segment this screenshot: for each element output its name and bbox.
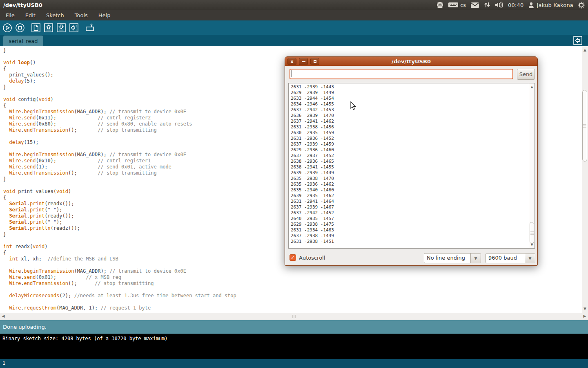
chevron-down-icon[interactable]: ▼ (525, 254, 535, 263)
serial-output-area[interactable]: 2631 -2939 -14432629 -2939 -14492633 -29… (288, 83, 535, 249)
user-icon (528, 2, 534, 8)
serial-row: 2635 -2936 -1462 (291, 182, 334, 187)
serial-row: 2637 -2942 -1452 (291, 210, 334, 216)
open-sketch-button[interactable] (43, 22, 54, 33)
upload-button[interactable] (69, 22, 79, 33)
menu-sketch[interactable]: Sketch (45, 11, 65, 20)
minimize-icon[interactable] (299, 58, 308, 65)
top-panel: /dev/ttyUSB0 cs (0, 0, 588, 10)
text-caret (292, 70, 292, 77)
serial-row: 2640 -2935 -1457 (291, 216, 334, 222)
indicator-pinwheel-icon[interactable] (437, 2, 443, 8)
serial-row: 2631 -2939 -1443 (291, 84, 334, 90)
mouse-cursor (350, 101, 356, 112)
menu-file[interactable]: File (5, 11, 16, 20)
new-tab-button[interactable] (573, 36, 582, 45)
serial-row: 2629 -2939 -1449 (291, 90, 334, 96)
line-ending-value: No line ending (424, 254, 470, 263)
clock[interactable]: 00:40 (508, 2, 523, 8)
stop-button[interactable] (15, 22, 25, 33)
serial-row: 2634 -2946 -1455 (291, 101, 334, 107)
serial-row: 2636 -2939 -1470 (291, 113, 334, 119)
serial-row: 2631 -2938 -1456 (291, 124, 334, 130)
serial-row: 2631 -2936 -1452 (291, 136, 334, 141)
maximize-icon[interactable] (310, 58, 319, 65)
serial-row: 2631 -2934 -1463 (291, 227, 334, 233)
menu-tools[interactable]: Tools (74, 11, 89, 20)
code-text: } void loop(){ print_values(); delay(5);… (3, 47, 236, 311)
status-bar: Done uploading. (0, 320, 588, 334)
serial-row: 2629 -2936 -1460 (291, 147, 334, 153)
serial-row: 2629 -2938 -1475 (291, 222, 334, 227)
console-text: Binary sketch size: 4208 bytes (of a 307… (2, 336, 168, 341)
scroll-left-icon[interactable]: ◀ (1, 314, 5, 318)
baud-rate-value: 9600 baud (486, 254, 525, 263)
editor-scrollbar-thumb[interactable] (582, 90, 587, 162)
serial-row: 2635 -2940 -1460 (291, 187, 334, 193)
menu-bar: File Edit Sketch Tools Help (0, 10, 588, 20)
serial-row: 2630 -2935 -1459 (291, 130, 334, 136)
tab-serial-read[interactable]: serial_read (3, 36, 43, 46)
serial-row: 2639 -2939 -1449 (291, 170, 334, 176)
scroll-up-icon[interactable]: ▲ (529, 85, 535, 89)
keyboard-layout-label: cs (460, 2, 466, 8)
serial-row: 2631 -2941 -1464 (291, 199, 334, 204)
verify-button[interactable] (2, 22, 13, 33)
sync-arrows-icon[interactable] (484, 2, 490, 8)
system-tray: cs 00:40 Jakub Kakona (437, 2, 588, 9)
serial-row: 2633 -2944 -1454 (291, 96, 334, 101)
serial-input-field[interactable] (290, 69, 513, 79)
serial-row: 2637 -2941 -1462 (291, 119, 334, 124)
monitor-scrollbar-thumb[interactable] (530, 222, 534, 244)
console-output: Binary sketch size: 4208 bytes (of a 307… (0, 334, 588, 359)
serial-row: 2637 -2939 -1459 (291, 141, 334, 147)
line-number-strip: 1 (0, 359, 588, 368)
serial-row: 2631 -2938 -1451 (291, 239, 334, 245)
editor-vertical-scrollbar[interactable]: ▲ ▼ (582, 46, 588, 313)
chevron-down-icon[interactable]: ▼ (470, 254, 481, 263)
serial-monitor-window: x /dev/ttyUSB0 Send 2631 -2939 -14432629… (285, 56, 538, 266)
serial-row: 2635 -2938 -1470 (291, 176, 334, 182)
session-gear-icon[interactable] (578, 2, 585, 9)
volume-icon[interactable] (495, 2, 503, 8)
save-sketch-button[interactable] (56, 22, 67, 33)
serial-monitor-button[interactable] (85, 22, 95, 33)
line-number: 1 (2, 360, 5, 366)
scroll-down-icon[interactable]: ▼ (529, 243, 535, 247)
keyboard-layout-icon[interactable]: cs (448, 2, 466, 8)
scroll-up-icon[interactable]: ▲ (582, 48, 588, 52)
window-title: /dev/ttyUSB0 (3, 2, 42, 8)
monitor-vertical-scrollbar[interactable]: ▲ ▼ (529, 83, 535, 248)
autoscroll-label: Autoscroll (299, 255, 325, 261)
monitor-titlebar[interactable]: x /dev/ttyUSB0 (285, 57, 537, 66)
scroll-right-icon[interactable]: ▶ (583, 314, 587, 318)
serial-row: 2638 -2936 -1465 (291, 159, 334, 164)
send-button[interactable]: Send (517, 69, 535, 80)
scroll-down-icon[interactable]: ▼ (582, 307, 588, 311)
editor-horizontal-scrollbar[interactable]: ◀ ▶ (0, 313, 588, 320)
tab-bar: serial_read (0, 35, 588, 46)
toolbar (0, 20, 588, 35)
autoscroll-checkbox[interactable]: ✓ (290, 254, 296, 261)
close-icon[interactable]: x (287, 58, 296, 65)
scrollbar-grip (294, 315, 294, 318)
monitor-title: /dev/ttyUSB0 (285, 58, 537, 65)
serial-output-rows: 2631 -2939 -14432629 -2939 -14492633 -29… (291, 84, 334, 245)
new-sketch-button[interactable] (31, 22, 41, 33)
user-name[interactable]: Jakub Kakona (537, 2, 573, 8)
status-message: Done uploading. (3, 324, 47, 330)
serial-row: 2637 -2937 -1452 (291, 153, 334, 159)
menu-edit[interactable]: Edit (24, 11, 36, 20)
line-ending-dropdown[interactable]: No line ending ▼ (424, 253, 481, 263)
serial-row: 2639 -2935 -1462 (291, 193, 334, 199)
menu-help[interactable]: Help (98, 11, 111, 20)
serial-row: 2637 -2939 -1467 (291, 204, 334, 210)
serial-row: 2637 -2942 -1453 (291, 107, 334, 113)
baud-rate-dropdown[interactable]: 9600 baud ▼ (486, 253, 535, 263)
serial-row: 2637 -2938 -1449 (291, 233, 334, 239)
serial-row: 2638 -2941 -1455 (291, 164, 334, 170)
mail-icon[interactable] (470, 2, 479, 8)
